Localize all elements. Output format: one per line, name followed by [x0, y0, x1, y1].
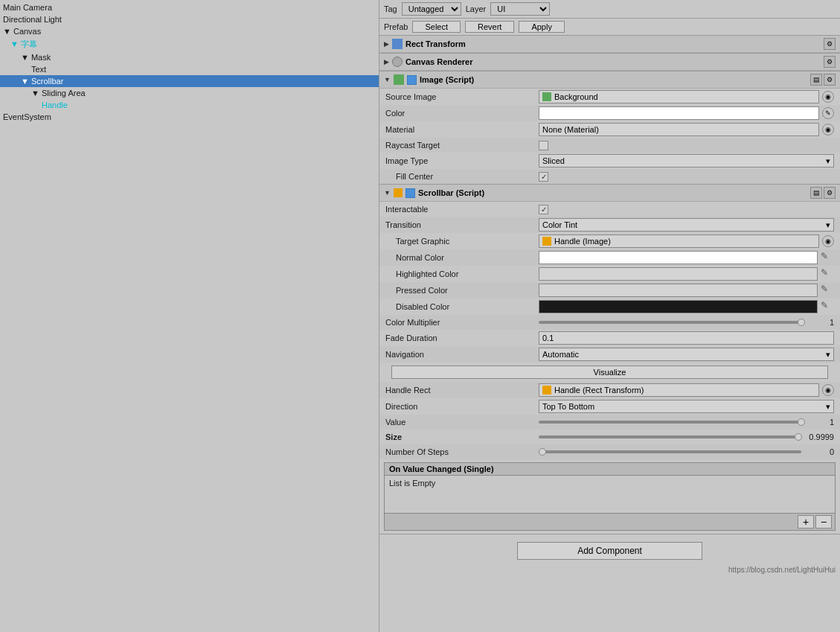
- tree-item-scrollbar[interactable]: ▼ Scrollbar: [0, 75, 379, 87]
- color-multiplier-label: Color Multiplier: [385, 318, 534, 327]
- inspector-panel: Tag Untagged Layer UI Prefab Select Reve…: [379, 0, 840, 632]
- canvas-renderer-settings-btn[interactable]: ⚙: [824, 56, 836, 68]
- source-image-label: Source Image: [385, 92, 534, 101]
- tag-dropdown[interactable]: Untagged: [402, 2, 461, 16]
- highlighted-color-field[interactable]: [539, 267, 818, 281]
- pressed-color-picker[interactable]: ✎: [821, 284, 834, 297]
- prefab-select-button[interactable]: Select: [412, 21, 461, 33]
- tree-item-zimu[interactable]: ▼ 字幕: [0, 37, 379, 51]
- tree-item-directional-light[interactable]: Directional Light: [0, 13, 379, 25]
- target-graphic-select-btn[interactable]: ◉: [822, 235, 834, 247]
- normal-color-field[interactable]: [539, 251, 818, 264]
- material-select-btn[interactable]: ◉: [822, 124, 834, 135]
- scrollbar-script-title: Scrollbar (Script): [418, 188, 807, 197]
- image-color-field[interactable]: [539, 106, 819, 120]
- visualize-button[interactable]: Visualize: [391, 366, 828, 379]
- tree-item-mask[interactable]: ▼ Mask: [0, 51, 379, 63]
- canvas-renderer-collapse[interactable]: ▶: [384, 58, 389, 66]
- layer-dropdown[interactable]: UI: [490, 2, 550, 16]
- tree-item-canvas[interactable]: ▼ Canvas: [0, 25, 379, 37]
- color-multiplier-track[interactable]: [539, 321, 801, 324]
- material-field[interactable]: None (Material): [539, 123, 819, 136]
- handle-rect-field[interactable]: Handle (Rect Transform): [539, 383, 819, 397]
- value-label: Value: [385, 418, 534, 427]
- tree-item-main-camera[interactable]: Main Camera: [0, 1, 379, 13]
- image-type-arrow: ▾: [826, 156, 830, 166]
- navigation-label: Navigation: [385, 350, 534, 359]
- normal-color-value: ✎: [539, 251, 834, 264]
- size-val: 0.9999: [804, 432, 834, 441]
- raycast-target-label: Raycast Target: [385, 141, 534, 150]
- image-script-btn1[interactable]: ▤: [810, 74, 822, 86]
- target-graphic-field[interactable]: Handle (Image): [539, 234, 819, 248]
- raycast-target-row: Raycast Target: [379, 138, 840, 153]
- direction-dropdown[interactable]: Top To Bottom ▾: [539, 400, 834, 413]
- image-script-checkbox[interactable]: [407, 75, 417, 85]
- target-graphic-label: Target Graphic: [385, 237, 534, 246]
- prefab-revert-button[interactable]: Revert: [465, 21, 514, 33]
- transition-text: Color Tint: [542, 220, 577, 229]
- color-multiplier-thumb[interactable]: [798, 319, 805, 326]
- steps-thumb[interactable]: [539, 448, 546, 456]
- layer-label: Layer: [466, 4, 487, 13]
- scrollbar-script-checkbox[interactable]: [405, 188, 415, 198]
- tree-item-sliding-area[interactable]: ▼ Sliding Area: [0, 87, 379, 99]
- handle-rect-select-btn[interactable]: ◉: [822, 384, 834, 396]
- image-script-collapse[interactable]: ▼: [384, 76, 391, 83]
- remove-event-btn[interactable]: −: [815, 515, 832, 529]
- image-type-dropdown[interactable]: Sliced ▾: [539, 154, 834, 167]
- transition-dropdown[interactable]: Color Tint ▾: [539, 218, 834, 232]
- watermark: https://blog.csdn.net/LightHuiHui: [379, 564, 840, 575]
- disabled-color-picker[interactable]: ✎: [821, 300, 834, 313]
- scrollbar-script-btn1[interactable]: ▤: [810, 187, 822, 199]
- direction-row: Direction Top To Bottom ▾: [379, 398, 840, 415]
- handle-rect-label: Handle Rect: [385, 386, 534, 395]
- rect-transform-title: Rect Transform: [405, 39, 821, 48]
- tree-item-text[interactable]: Text: [0, 63, 379, 75]
- canvas-renderer-header-btns: ⚙: [824, 56, 836, 68]
- value-val: 1: [804, 418, 834, 427]
- value-thumb[interactable]: [798, 418, 805, 426]
- pressed-color-field[interactable]: [539, 284, 818, 297]
- disabled-color-field[interactable]: [539, 300, 818, 313]
- size-track[interactable]: [539, 435, 801, 438]
- direction-label: Direction: [385, 402, 534, 411]
- source-image-field[interactable]: Background: [539, 90, 819, 103]
- prefab-apply-button[interactable]: Apply: [519, 21, 565, 33]
- fill-center-value: [539, 172, 834, 182]
- number-of-steps-label: Number Of Steps: [385, 447, 534, 456]
- navigation-dropdown[interactable]: Automatic ▾: [539, 348, 834, 361]
- image-color-row: Color ✎: [379, 105, 840, 121]
- image-script-settings-btn[interactable]: ⚙: [824, 74, 836, 86]
- interactable-checkbox[interactable]: [539, 205, 548, 214]
- rect-transform-settings-btn[interactable]: ⚙: [824, 38, 836, 50]
- source-image-select-btn[interactable]: ◉: [822, 91, 834, 103]
- scrollbar-collapse[interactable]: ▼: [384, 189, 391, 197]
- add-event-btn[interactable]: +: [798, 515, 814, 529]
- tree-item-handle[interactable]: Handle: [0, 99, 379, 111]
- image-color-picker-btn[interactable]: ✎: [822, 107, 834, 119]
- material-value: None (Material) ◉: [539, 123, 834, 136]
- transition-value: Color Tint ▾: [539, 218, 834, 232]
- tag-layer-bar: Tag Untagged Layer UI: [379, 0, 840, 19]
- value-track[interactable]: [539, 421, 801, 424]
- steps-track[interactable]: [539, 450, 801, 453]
- rect-transform-collapse[interactable]: ▶: [384, 40, 389, 48]
- tree-item-event-system[interactable]: EventSystem: [0, 111, 379, 123]
- pressed-color-row: Pressed Color ✎: [379, 282, 840, 299]
- number-of-steps-value: 0: [539, 447, 834, 456]
- raycast-target-checkbox[interactable]: [539, 141, 548, 150]
- add-component-button[interactable]: Add Component: [517, 542, 702, 560]
- navigation-text: Automatic: [542, 350, 579, 359]
- on-value-changed-footer: + −: [385, 513, 835, 530]
- image-script-icon: [394, 74, 404, 85]
- size-thumb[interactable]: [795, 433, 802, 441]
- scrollbar-script-icon: [394, 188, 403, 197]
- normal-color-picker[interactable]: ✎: [821, 251, 834, 264]
- scrollbar-script-settings-btn[interactable]: ⚙: [824, 187, 836, 199]
- rect-transform-header: ▶ Rect Transform ⚙: [379, 36, 840, 53]
- fade-duration-input[interactable]: 0.1: [539, 331, 834, 345]
- highlighted-color-picker[interactable]: ✎: [821, 267, 834, 281]
- highlighted-color-value: ✎: [539, 267, 834, 281]
- fill-center-checkbox[interactable]: [539, 172, 548, 182]
